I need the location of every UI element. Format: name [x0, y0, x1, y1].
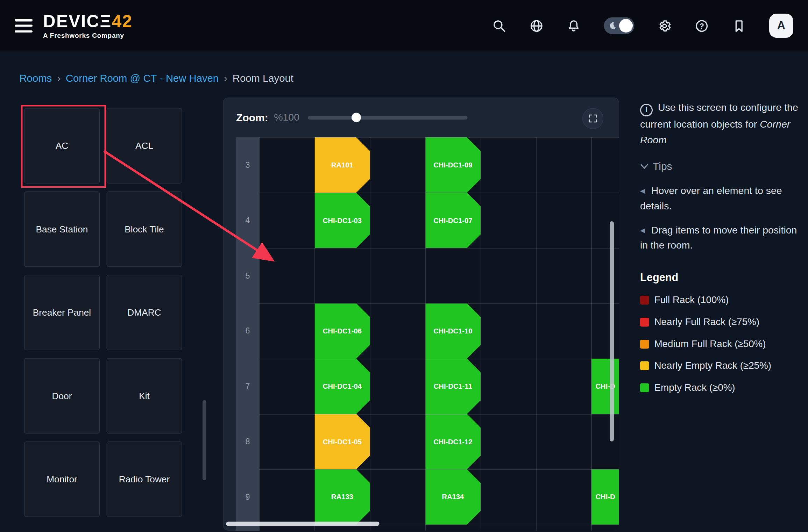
user-avatar[interactable]: A [769, 14, 793, 38]
zoom-slider[interactable] [308, 113, 467, 122]
rack-label: RA101 [331, 161, 353, 169]
canvas-header: Zoom: %100 [223, 98, 619, 137]
rack-chi-d[interactable]: CHI-D [591, 359, 619, 414]
breadcrumb-item-room-layout: Room Layout [233, 72, 293, 85]
rack-label: CHI-DC1-12 [433, 438, 472, 446]
palette-scrollbar[interactable] [203, 400, 206, 481]
theme-toggle[interactable] [604, 17, 635, 34]
legend-label: Nearly Full Rack (≥75%) [654, 315, 760, 330]
rack-label: CHI-DC1-07 [433, 216, 472, 224]
rack-chi-dc1-07[interactable]: CHI-DC1-07 [425, 193, 481, 248]
rack-ra134[interactable]: RA134 [425, 469, 481, 525]
rack-label: CHI-DC1-04 [323, 382, 362, 390]
rack-ra133[interactable]: RA133 [314, 469, 370, 525]
rack-chi-dc1-10[interactable]: CHI-DC1-10 [425, 303, 481, 359]
breadcrumb-item-corner-room-ct-new-haven[interactable]: Corner Room @ CT - New Haven [66, 72, 219, 85]
search-icon[interactable] [492, 19, 506, 33]
rack-chi-dc1-09[interactable]: CHI-DC1-09 [425, 137, 481, 193]
palette-grid: ACACLBase StationBlock TileBreaker Panel… [24, 108, 182, 517]
rack-chi-dc1-12[interactable]: CHI-DC1-12 [425, 414, 481, 469]
legend-item-nearly-full-rack-75-: Nearly Full Rack (≥75%) [640, 315, 806, 330]
tips-toggle[interactable]: Tips [640, 158, 806, 175]
legend-label: Empty Rack (≥0%) [654, 380, 735, 395]
brand-logo-e: Ξ [100, 12, 112, 31]
row-label-8: 8 [236, 414, 259, 469]
notifications-bell-icon[interactable] [567, 19, 581, 33]
tip-item-1: Drag items to move their position in the… [640, 222, 806, 253]
room-grid: 3456789 RA101CHI-DC1-09CHI-DC1-03CHI-DC1… [223, 137, 619, 531]
rack-chi-dc1-06[interactable]: CHI-DC1-06 [314, 303, 370, 359]
canvas-horizontal-scrollbar[interactable] [226, 522, 380, 526]
bookmark-icon[interactable] [732, 19, 746, 33]
info-icon: i [640, 104, 653, 116]
legend-list: Full Rack (100%)Nearly Full Rack (≥75%)M… [640, 293, 806, 395]
legend-label: Medium Full Rack (≥50%) [654, 337, 766, 352]
legend-item-nearly-empty-rack-25-: Nearly Empty Rack (≥25%) [640, 358, 806, 373]
rack-label: CHI-DC1-03 [323, 216, 362, 224]
legend-title: Legend [640, 269, 806, 286]
globe-icon[interactable] [530, 19, 544, 33]
palette-tile-dmarc[interactable]: DMARC [107, 275, 182, 350]
breadcrumb-separator: › [57, 72, 61, 85]
zoom-slider-knob[interactable] [352, 113, 361, 122]
rack-label: CHI-DC1-06 [323, 327, 362, 335]
brand-logo[interactable]: DEVICΞ42 A Freshworks Company [43, 13, 133, 39]
rack-chi-dc1-04[interactable]: CHI-DC1-04 [314, 359, 370, 414]
brand-tagline: A Freshworks Company [43, 33, 133, 39]
rack-ra101[interactable]: RA101 [314, 137, 370, 193]
rack-chi-dc1-05[interactable]: CHI-DC1-05 [314, 414, 370, 469]
canvas-vertical-scrollbar[interactable] [610, 221, 614, 441]
row-label-5: 5 [236, 248, 259, 303]
zoom-value: %100 [274, 112, 299, 123]
palette-tile-ac[interactable]: AC [24, 108, 100, 184]
moon-icon [608, 21, 617, 30]
palette-tile-monitor[interactable]: Monitor [24, 441, 100, 517]
breadcrumb-item-rooms[interactable]: Rooms [20, 72, 52, 85]
palette-tile-radio-tower[interactable]: Radio Tower [107, 441, 182, 517]
palette-tile-base-station[interactable]: Base Station [24, 192, 100, 267]
legend-label: Full Rack (100%) [654, 293, 729, 308]
settings-gear-icon[interactable] [658, 19, 672, 33]
rack-label: CHI-D [596, 493, 615, 501]
palette-tile-breaker-panel[interactable]: Breaker Panel [24, 275, 100, 350]
top-bar: DEVICΞ42 A Freshworks Company ? [0, 0, 808, 51]
legend-item-empty-rack-0-: Empty Rack (≥0%) [640, 380, 806, 395]
legend-swatch-icon [640, 361, 649, 371]
palette-tile-acl[interactable]: ACL [107, 108, 182, 184]
intro-paragraph: iUse this screen to configure the curren… [640, 100, 806, 147]
breadcrumb: Rooms›Corner Room @ CT - New Haven›Room … [20, 72, 293, 85]
grid-area[interactable]: RA101CHI-DC1-09CHI-DC1-03CHI-DC1-07CHI-D… [259, 137, 619, 531]
fullscreen-button[interactable] [582, 108, 603, 129]
rack-label: CHI-DC1-10 [433, 327, 472, 335]
palette-tile-door[interactable]: Door [24, 358, 100, 434]
rack-label: CHI-DC1-11 [434, 382, 472, 390]
rack-chi-dc1-03[interactable]: CHI-DC1-03 [314, 193, 370, 248]
zoom-slider-track[interactable] [308, 116, 467, 120]
help-icon[interactable]: ? [695, 19, 709, 33]
rack-chi-dc1-11[interactable]: CHI-DC1-11 [425, 359, 481, 414]
legend-swatch-icon [640, 296, 649, 305]
legend-label: Nearly Empty Rack (≥25%) [654, 358, 771, 373]
tip-item-0: Hover over an element to see details. [640, 183, 806, 214]
rack-label: CHI-DC1-05 [323, 438, 362, 446]
rack-label: RA133 [331, 493, 353, 501]
tips-title: Tips [653, 158, 672, 175]
hamburger-menu-button[interactable] [15, 19, 33, 33]
rack-label: CHI-DC1-09 [433, 161, 472, 169]
rack-chi-d[interactable]: CHI-D [591, 469, 619, 525]
palette-tile-block-tile[interactable]: Block Tile [107, 192, 182, 267]
breadcrumb-separator: › [224, 72, 227, 85]
legend-swatch-icon [640, 383, 649, 392]
room-layout-panel: Zoom: %100 3456789 RA101CHI-DC1-09CHI-DC… [223, 98, 619, 531]
help-sidebar: iUse this screen to configure the curren… [640, 100, 806, 395]
fullscreen-icon [588, 113, 598, 124]
row-label-7: 7 [236, 359, 259, 414]
svg-text:?: ? [700, 21, 704, 30]
brand-logo-number: 42 [112, 12, 133, 31]
theme-toggle-knob [619, 19, 633, 33]
palette-tile-kit[interactable]: Kit [107, 358, 182, 434]
row-label-3: 3 [236, 137, 259, 193]
app-root: DEVICΞ42 A Freshworks Company ? [0, 0, 808, 532]
rack-label: RA134 [442, 493, 464, 501]
zoom-label: Zoom: [236, 112, 268, 124]
